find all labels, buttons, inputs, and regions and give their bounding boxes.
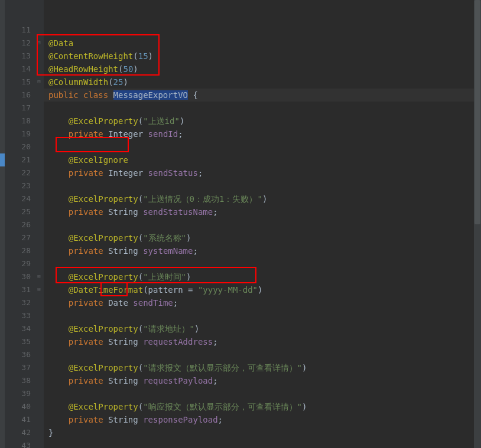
scrollbar[interactable]: [474, 0, 481, 448]
token-indent: [48, 285, 69, 295]
code-line[interactable]: [44, 348, 481, 361]
token-indent: [48, 168, 69, 178]
code-line[interactable]: [44, 179, 481, 192]
line-number: 22: [5, 166, 44, 179]
code-line[interactable]: @Data: [44, 37, 481, 50]
line-number: 23: [5, 179, 44, 192]
token-field: requestAddress: [143, 337, 213, 346]
code-line[interactable]: private String responsePayload;: [44, 413, 481, 426]
token-indent: [48, 402, 69, 411]
token-keyword: private: [69, 246, 108, 256]
code-line[interactable]: @DateTimeFormat(pattern = "yyyy-MM-dd"): [44, 283, 481, 296]
token-punc: {: [188, 90, 198, 100]
token-type: String: [108, 415, 143, 424]
token-punc: ;: [213, 337, 217, 346]
fold-icon[interactable]: ⊡: [35, 273, 43, 279]
line-number: 18: [5, 115, 44, 127]
code-line[interactable]: private String sendStatusName;: [44, 205, 481, 218]
token-indent: [48, 246, 69, 256]
line-number: 33: [5, 309, 44, 322]
token-annotation: @ExcelProperty: [69, 194, 138, 204]
token-string: "系统名称": [143, 233, 186, 243]
token-keyword: private: [69, 129, 108, 139]
code-line[interactable]: @ExcelProperty("上送id"): [44, 115, 481, 127]
token-indent: [48, 415, 69, 424]
token-punc: (: [138, 363, 143, 372]
token-field: sendStatus: [148, 168, 198, 178]
token-indent: [48, 337, 69, 346]
token-string: "yyyy-MM-dd": [198, 285, 258, 295]
token-type: String: [108, 207, 143, 217]
line-number: 43: [5, 439, 44, 448]
token-punc: (: [138, 272, 143, 282]
fold-icon[interactable]: ⊟: [35, 40, 43, 45]
token-annotation: @ExcelProperty: [69, 402, 138, 411]
code-line[interactable]: private Integer sendStatus;: [44, 166, 481, 179]
code-line[interactable]: @ExcelProperty("请求地址）"): [44, 322, 481, 335]
line-number: 42: [5, 426, 44, 439]
code-line[interactable]: private Date sendTime;: [44, 296, 481, 309]
token-punc: (: [108, 77, 113, 87]
token-punc: ): [302, 402, 307, 411]
line-number: 13: [5, 50, 44, 63]
code-line[interactable]: public class MessageExportVO {: [44, 89, 481, 102]
token-punc: ;: [173, 298, 178, 308]
token-indent: [48, 376, 69, 385]
token-punc: (: [143, 285, 148, 295]
code-line[interactable]: @ColumnWidth(25): [44, 76, 481, 89]
fold-icon[interactable]: ⊟: [35, 286, 43, 292]
token-punc: ): [258, 285, 262, 295]
token-param: pattern =: [148, 285, 198, 295]
token-punc: ): [302, 363, 307, 372]
change-marker: [0, 153, 5, 166]
token-keyword: private: [69, 337, 108, 346]
code-line[interactable]: [44, 24, 481, 37]
token-string: "响应报文（默认显示部分，可查看详情）": [143, 402, 302, 411]
fold-icon[interactable]: ⊟: [35, 79, 43, 84]
code-line[interactable]: }: [44, 426, 481, 439]
code-line[interactable]: [44, 102, 481, 115]
token-punc: (: [138, 402, 143, 411]
code-line[interactable]: [44, 387, 481, 400]
token-punc: ;: [213, 207, 217, 217]
line-number: 25: [5, 205, 44, 218]
line-number: 24: [5, 192, 44, 205]
line-number: 14: [5, 63, 44, 76]
code-line[interactable]: @ExcelIgnore: [44, 153, 481, 166]
code-line[interactable]: @HeadRowHeight(50): [44, 63, 481, 76]
code-line[interactable]: [44, 257, 481, 270]
code-line[interactable]: [44, 218, 481, 231]
gutter[interactable]: 1112131415161718192021222324252627282930…: [5, 0, 44, 448]
token-type: String: [108, 246, 143, 256]
code-line[interactable]: @ExcelProperty("请求报文（默认显示部分，可查看详情）"): [44, 361, 481, 374]
line-number: 32: [5, 296, 44, 309]
code-line[interactable]: @ExcelProperty("响应报文（默认显示部分，可查看详情）"): [44, 400, 481, 413]
token-field: sendId: [148, 129, 178, 139]
code-line[interactable]: @ExcelProperty("上送时间"): [44, 270, 481, 283]
token-punc: ): [180, 116, 184, 126]
code-line[interactable]: @ExcelProperty("上送情况（0：成功1：失败）"): [44, 192, 481, 205]
code-line[interactable]: private String systemName;: [44, 244, 481, 257]
code-area[interactable]: @Data@ContentRowHeight(15)@HeadRowHeight…: [44, 0, 481, 448]
code-line[interactable]: [44, 439, 481, 448]
token-indent: [48, 116, 69, 126]
code-line[interactable]: private String requestAddress;: [44, 335, 481, 348]
token-keyword: private: [69, 415, 108, 424]
scrollbar-thumb[interactable]: [474, 0, 480, 224]
code-line[interactable]: @ExcelProperty("系统名称"): [44, 231, 481, 244]
code-line[interactable]: @ContentRowHeight(15): [44, 50, 481, 63]
code-line[interactable]: private Integer sendId;: [44, 127, 481, 140]
token-punc: (: [133, 51, 138, 61]
code-line[interactable]: private String requestPayload;: [44, 374, 481, 387]
token-punc: ): [194, 324, 199, 333]
token-punc: (: [138, 233, 143, 243]
code-line[interactable]: [44, 309, 481, 322]
token-punc: ;: [193, 246, 197, 256]
token-punc: ;: [198, 168, 203, 178]
token-keyword: private: [69, 376, 108, 385]
token-annotation: @ColumnWidth: [48, 77, 108, 87]
code-line[interactable]: [44, 140, 481, 153]
line-number: 11: [5, 24, 44, 37]
line-number: 27: [5, 231, 44, 244]
code-editor[interactable]: 1112131415161718192021222324252627282930…: [0, 0, 481, 448]
